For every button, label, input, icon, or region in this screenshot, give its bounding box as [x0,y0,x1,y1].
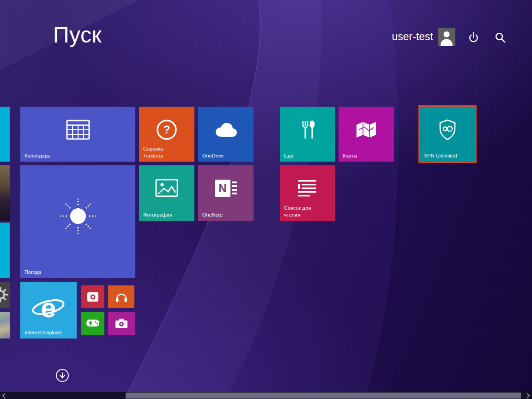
onenote-icon: N [214,179,238,198]
tile-label: Internet Explorer [24,329,62,336]
map-icon [355,121,377,139]
tile-video[interactable] [81,285,104,308]
tile-label: Фотографии [143,212,172,218]
power-icon [468,31,479,43]
video-record-icon [87,292,99,302]
headphones-icon [115,291,128,302]
edge-tile-cyan-bottom[interactable] [0,223,10,278]
vpn-shield-icon [438,119,457,141]
edge-tile-settings[interactable] [0,282,10,308]
tile-onedrive[interactable]: OneDrive [198,107,254,162]
edge-tile-cyan-top[interactable] [0,107,10,162]
cloud-icon [212,121,239,139]
gamepad-icon [86,319,100,327]
tile-weather[interactable]: Погода [20,165,135,278]
tile-label: VPN Unlimited [424,152,457,159]
scrollbar-thumb[interactable] [126,393,521,399]
question-glyph: ? [163,123,170,136]
search-button[interactable] [495,32,506,43]
tile-vpn-unlimited[interactable]: VPN Unlimited [420,107,475,162]
tile-label: Погода [24,269,41,275]
page-title: Пуск [53,22,102,48]
gear-icon [0,286,9,303]
scroll-left-arrow[interactable] [0,392,8,399]
tile-camera[interactable] [108,312,135,335]
ie-icon: e [31,290,66,326]
calendar-icon [66,119,90,140]
onenote-n-glyph: N [218,182,226,194]
utensils-icon [297,119,318,140]
edge-tile-photo[interactable] [0,165,10,221]
tile-calendar[interactable]: Календарь [20,107,135,162]
power-button[interactable] [468,31,479,43]
tile-reading-list[interactable]: Список для чтения [280,165,335,221]
photo-icon [155,179,178,198]
tile-grid: Календарь ? Справка +советы OneDrive [0,0,532,399]
tile-label: Список для чтения [284,205,311,218]
ie-e-glyph: e [41,292,56,323]
tile-internet-explorer[interactable]: e Internet Explorer [20,282,77,339]
chevron-left-icon [2,393,6,399]
tile-photos[interactable]: Фотографии [139,165,194,221]
tile-games[interactable] [81,312,104,335]
horizontal-scrollbar[interactable] [0,392,532,399]
start-screen: Пуск user-test [0,0,532,399]
person-icon [438,28,455,46]
tile-label: Справка +советы [143,145,163,159]
chevron-right-icon [526,393,530,399]
tile-music[interactable] [108,285,134,308]
tile-label: Еда [284,152,293,159]
user-avatar[interactable] [438,28,455,46]
search-icon [495,32,506,43]
tile-label: Карты [343,152,357,159]
tile-help-tips[interactable]: ? Справка +советы [139,107,194,162]
down-arrow-icon [55,369,69,382]
tile-food[interactable]: Еда [280,107,335,162]
tile-maps[interactable]: Карты [339,107,394,162]
sun-icon [56,194,100,238]
edge-tile-map-photo[interactable] [0,312,10,339]
tile-label: Календарь [24,152,50,159]
apps-view-button[interactable] [55,369,69,382]
scroll-right-arrow[interactable] [524,392,532,399]
reading-list-icon [297,179,318,198]
camera-icon [115,318,128,328]
help-icon: ? [156,119,177,140]
tile-onenote[interactable]: N OneNote [198,165,254,221]
username[interactable]: user-test [392,30,433,43]
tile-label: OneNote [202,212,223,218]
tile-label: OneDrive [202,152,224,159]
